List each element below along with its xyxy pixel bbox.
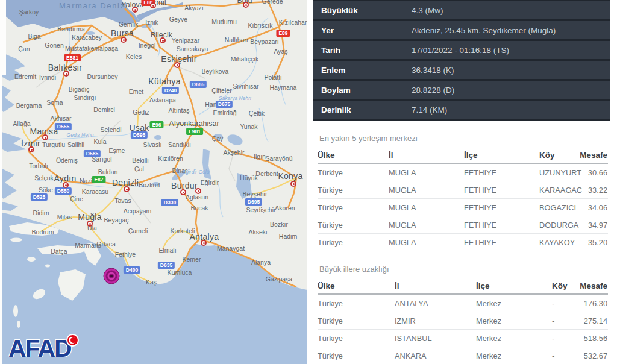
table-cell: - (552, 351, 554, 360)
map-label: Gediz Nehri (67, 132, 94, 138)
afad-logo: AFAD (8, 335, 81, 364)
table-cell: DODURGA (539, 221, 578, 230)
map-label: Ödemiş (56, 157, 78, 164)
map-label: Mustafakemalpaşa (65, 45, 118, 52)
map-canvas[interactable]: Marmara DeniziSakarya NehriGediz NehriEğ… (0, 0, 307, 364)
table-cell: 30.66 (588, 168, 607, 177)
table-cell: MUGLA (389, 221, 416, 230)
map-label: Sarıcakaya (177, 45, 208, 52)
table-cell: FETHIYE (464, 203, 496, 212)
map-label: Altıntaş (168, 107, 189, 114)
map-label: Bucak (190, 204, 208, 212)
table-cell: - (552, 334, 554, 343)
map-label: Gönen (45, 42, 64, 49)
table-row: TürkiyeISTANBULMerkez-518.56 (318, 330, 608, 347)
map-label: Kula (93, 138, 106, 145)
column-header: İl (389, 150, 393, 159)
table-cell: FETHIYE (464, 186, 496, 195)
map-labels-layer: Marmara DeniziSakarya NehriGediz NehriEğ… (0, 0, 307, 364)
city-marker-icon (243, 2, 249, 8)
map-label: Nallıhan (225, 36, 248, 43)
map-label: Eğirdir Gölü (183, 169, 210, 175)
map-label: Tavas (114, 197, 131, 204)
table-cell: 35.20 (588, 238, 607, 247)
map-label: İnegöl (139, 42, 156, 49)
table-cell: MUGLA (389, 203, 416, 212)
map-label: Dinar (172, 167, 187, 174)
detail-value: 4.3 (Mw) (402, 1, 443, 19)
map-label: Hüyük (240, 174, 258, 181)
city-marker-icon (42, 134, 48, 140)
road-badge: D665 (190, 81, 207, 88)
table-row: TürkiyeMUGLAFETHIYEKAYAKOY35.20 (318, 234, 608, 251)
map-label: Sivaslı (143, 141, 162, 148)
map-label: Mudurnu (211, 18, 236, 25)
map-label: Bergama (16, 102, 42, 109)
map-label: Karacabey (72, 34, 102, 41)
map-label: Kaş (146, 278, 157, 286)
table-cell: Türkiye (318, 316, 343, 325)
map-label: Marmara Denizi (59, 1, 128, 10)
table-cell: Merkez (476, 299, 501, 308)
road-badge: D330 (161, 199, 178, 206)
map-label: Sarayönü (266, 155, 293, 162)
map-label: Çan (18, 45, 30, 52)
road-badge: E96 (149, 121, 163, 128)
table-cell: ANTALYA (395, 299, 428, 308)
map-label: Gerede (262, 0, 283, 5)
table-header-row: ÜlkeİlİlçeKöyMesafe (318, 277, 608, 295)
map-label: Bozkurt (139, 181, 160, 189)
earthquake-detail-table: Büyüklük4.3 (Mw)YerAkdeniz, 25.45 km. Se… (313, 0, 610, 121)
city-marker-icon (132, 7, 138, 13)
table-row: TürkiyeMUGLAFETHIYEKARAAGAC33.22 (318, 181, 608, 199)
table-row: TürkiyeMUGLAFETHIYEUZUNYURT30.66 (318, 164, 608, 181)
map-label: Selendi (100, 126, 121, 133)
nearest-settlements-title: En yakın 5 yerleşim merkezi (319, 134, 418, 143)
map-label: Uşak (129, 123, 149, 133)
table-row: TürkiyeANKARAMerkez-532.67 (318, 347, 608, 364)
map-label: Karacasu (82, 188, 108, 195)
map-label: Akhisar (50, 115, 71, 122)
column-header: Ülke (318, 281, 335, 290)
table-cell: 532.67 (584, 351, 607, 360)
map-label: Buldan (98, 168, 118, 175)
map-label: Aslanapa (149, 96, 176, 104)
map-label: Eğirdir (201, 179, 219, 186)
table-cell: IZMIR (395, 316, 416, 325)
table-cell: Türkiye (318, 168, 343, 177)
map-label: Beyşehir (243, 190, 268, 198)
city-marker-icon (201, 240, 207, 246)
road-badge: E881 (64, 54, 81, 61)
map-label: Derbent (255, 170, 278, 177)
detail-label: Yer (313, 21, 402, 39)
map-label: Kızılören (158, 155, 183, 162)
map-label: Ilgın (254, 153, 266, 160)
table-cell: FETHIYE (464, 238, 496, 247)
map-label: Marmaris (75, 242, 101, 249)
table-row: TürkiyeIZMIRMerkez-275.14 (318, 312, 608, 330)
map-label: Kızılcahamam (279, 19, 307, 26)
table-cell: Türkiye (318, 334, 343, 343)
city-marker-icon (150, 2, 156, 8)
detail-value: 17/01/2022 - 01:16:18 (TS) (402, 41, 509, 59)
road-badge: D400 (124, 266, 140, 274)
detail-row: Tarih17/01/2022 - 01:16:18 (TS) (313, 41, 610, 61)
map-label: Haymana (270, 84, 297, 91)
earthquake-detail-panel: Büyüklük4.3 (Mw)YerAkdeniz, 25.45 km. Se… (308, 0, 617, 364)
city-marker-icon (63, 71, 69, 77)
detail-value: 36.3418 (K) (402, 61, 454, 79)
road-badge: E87 (92, 176, 105, 183)
city-marker-icon (87, 221, 93, 227)
table-cell: Türkiye (318, 186, 343, 195)
detail-row: Büyüklük4.3 (Mw) (313, 1, 610, 21)
map-label: Gemlik (119, 20, 139, 28)
map-label: Sarıgol (92, 155, 111, 163)
map-label: Akşehir (223, 149, 244, 156)
table-cell: Türkiye (318, 238, 343, 247)
map-label: Biga (28, 33, 40, 40)
city-marker-icon (160, 37, 166, 43)
nearest-settlements-table: ÜlkeİlİlçeKöyMesafeTürkiyeMUGLAFETHIYEUZ… (318, 146, 608, 251)
map-label: Çeltik (249, 110, 265, 117)
map-label: Manavgat (217, 245, 245, 252)
map-label: Seydişehir (246, 206, 275, 213)
